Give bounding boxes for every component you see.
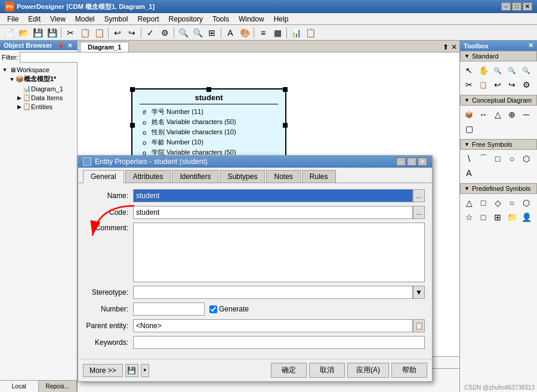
dialog-tab-rules[interactable]: Rules (302, 170, 336, 183)
dialog-body: Name: … Code: … Comment: Stereotype: ▼ (78, 183, 432, 359)
parent-entity-row: Parent entity: 📋 (85, 319, 425, 332)
name-row: Name: … (85, 189, 425, 202)
generate-text: Generate (219, 305, 249, 313)
entity-properties-dialog: Entity Properties - student (student) ─ … (78, 155, 433, 382)
apply-btn[interactable]: 应用(A) (347, 363, 389, 378)
stereotype-dropdown-btn[interactable]: ▼ (413, 286, 425, 299)
parent-entity-input[interactable] (133, 319, 413, 332)
dialog-controls: ─ □ ✕ (396, 158, 427, 166)
help-btn[interactable]: 帮助 (391, 363, 427, 378)
dialog-tab-identifiers[interactable]: Identifiers (172, 170, 218, 183)
dialog-tabs: General Attributes Identifiers Subtypes … (78, 168, 432, 183)
watermark: CSDN @zhufei463738313 (464, 384, 535, 391)
name-browse-btn[interactable]: … (413, 189, 425, 202)
dialog-title: Entity Properties - student (student) (95, 158, 396, 166)
dialog-maximize-btn[interactable]: □ (407, 158, 416, 166)
code-row: Code: … (85, 206, 425, 219)
generate-checkbox[interactable] (209, 305, 217, 313)
cancel-btn[interactable]: 取消 (309, 363, 345, 378)
modal-overlay: Entity Properties - student (student) ─ … (0, 0, 537, 392)
confirm-btn[interactable]: 确定 (271, 363, 307, 378)
comment-row: Comment: (85, 223, 425, 282)
dialog-close-btn[interactable]: ✕ (418, 158, 427, 166)
dialog-titlebar: Entity Properties - student (student) ─ … (78, 156, 432, 168)
footer-left: More >> 💾 ▼ (83, 364, 149, 377)
parent-entity-label: Parent entity: (85, 322, 133, 330)
footer-right: 确定 取消 应用(A) 帮助 (271, 363, 427, 378)
name-input[interactable] (133, 189, 413, 202)
comment-textarea[interactable] (133, 223, 425, 282)
more-btn[interactable]: More >> (83, 364, 123, 377)
dialog-tab-notes[interactable]: Notes (266, 170, 300, 183)
stereotype-row: Stereotype: ▼ (85, 286, 425, 299)
code-label: Code: (85, 208, 133, 217)
stereotype-input[interactable] (133, 286, 413, 299)
dialog-icon (83, 158, 91, 166)
number-input[interactable] (133, 303, 205, 316)
code-input[interactable] (133, 206, 413, 219)
parent-entity-browse-btn[interactable]: 📋 (413, 319, 425, 332)
name-label: Name: (85, 192, 133, 200)
comment-label: Comment: (85, 223, 133, 232)
code-browse-btn[interactable]: … (413, 206, 425, 219)
number-label: Number: (85, 305, 133, 313)
dialog-minimize-btn[interactable]: ─ (396, 158, 406, 166)
dialog-tab-subtypes[interactable]: Subtypes (220, 170, 265, 183)
keywords-label: Keywords: (85, 338, 133, 347)
dialog-tab-attributes[interactable]: Attributes (125, 170, 171, 183)
dialog-footer: More >> 💾 ▼ 确定 取消 应用(A) 帮助 (78, 359, 432, 381)
generate-label: Generate (209, 305, 249, 313)
save-icon-btn[interactable]: 💾 (125, 364, 138, 377)
keywords-input[interactable] (133, 336, 425, 349)
keywords-row: Keywords: (85, 336, 425, 349)
dialog-tab-general[interactable]: General (83, 170, 124, 183)
stereotype-label: Stereotype: (85, 288, 133, 297)
number-row: Number: Generate (85, 303, 425, 316)
save-dropdown-btn[interactable]: ▼ (141, 364, 149, 377)
